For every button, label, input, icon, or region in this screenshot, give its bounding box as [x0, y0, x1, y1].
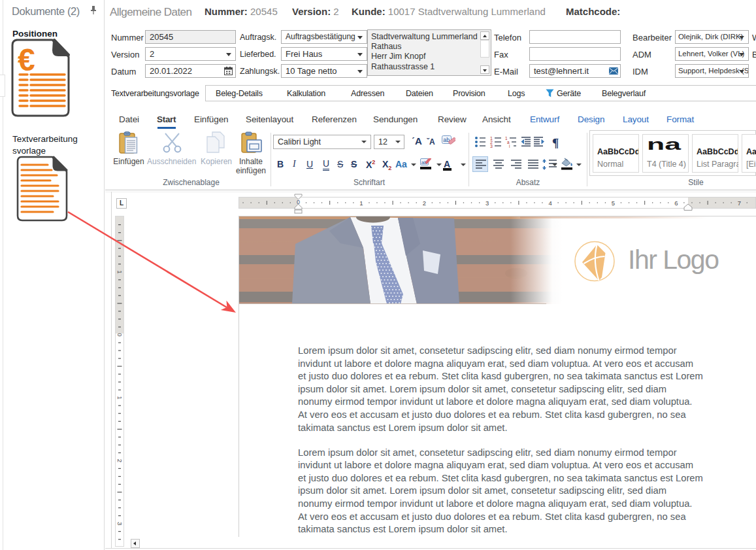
svg-text:2: 2: [423, 199, 426, 207]
svg-text:0: 0: [116, 333, 123, 336]
svg-text:7: 7: [738, 199, 741, 207]
svg-text:2: 2: [116, 459, 123, 462]
svg-text:¶: ¶: [552, 136, 559, 148]
svg-text:6: 6: [674, 199, 678, 207]
svg-text:i: i: [509, 144, 510, 148]
svg-text:na: na: [647, 137, 682, 152]
svg-text:1: 1: [116, 396, 123, 400]
svg-text:1: 1: [359, 199, 363, 207]
svg-text:Ihr Logo: Ihr Logo: [628, 245, 719, 275]
svg-text:3: 3: [116, 522, 123, 525]
svg-text:4: 4: [548, 199, 551, 207]
svg-text:€: €: [18, 43, 35, 77]
svg-text:3: 3: [490, 144, 493, 148]
svg-text:1: 1: [116, 270, 123, 273]
svg-text:5: 5: [612, 199, 615, 207]
svg-text:3: 3: [485, 199, 489, 207]
